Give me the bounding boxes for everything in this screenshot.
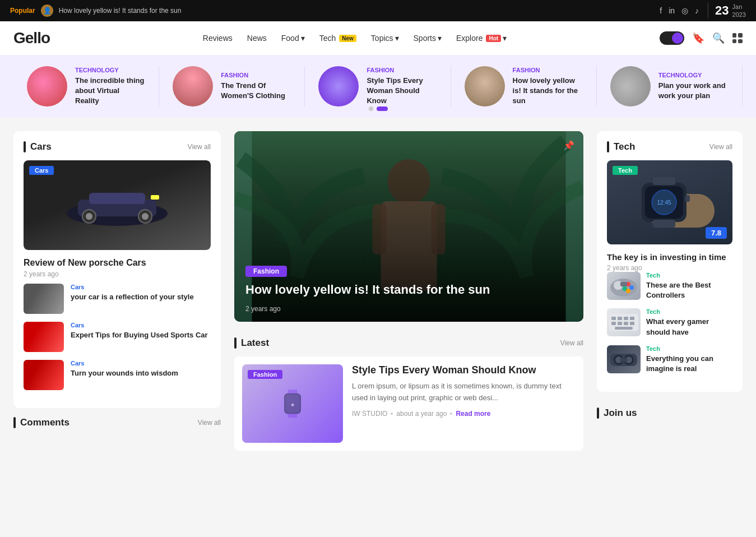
carousel-dots <box>369 107 388 111</box>
nav-topics[interactable]: Topics ▾ <box>365 30 405 46</box>
tech-main-badge: Tech <box>613 166 638 175</box>
tech-main-time: 2 years ago <box>607 264 732 272</box>
latest-img-0: ⌚ Fashion <box>242 364 343 443</box>
nav-food[interactable]: Food ▾ <box>276 30 310 46</box>
popular-label: Popular <box>10 7 35 15</box>
tech-list-cat-2: Tech <box>646 345 732 352</box>
svg-rect-28 <box>685 195 690 202</box>
hero-title: How lovely yellow is! It stands for the … <box>245 282 572 298</box>
featured-item-2[interactable]: Fashion Style Tips Every Woman Should Kn… <box>305 66 451 107</box>
facebook-icon[interactable]: f <box>660 6 662 15</box>
latest-section-title: Latest <box>241 337 269 349</box>
topbar-right: f in ◎ ♪ 23 Jan 2023 <box>660 3 746 19</box>
cars-main-title: Review of New porsche Cars <box>24 258 211 268</box>
tech-view-all[interactable]: View all <box>709 143 732 151</box>
car-list-item-0[interactable]: Cars your car is a reflection of your st… <box>24 284 211 314</box>
bookmark-icon[interactable]: 🔖 <box>692 32 704 44</box>
car-sports-img <box>24 322 64 352</box>
tech-section: Tech View all <box>597 131 743 455</box>
date-month-year: Jan 2023 <box>732 3 746 19</box>
svg-rect-40 <box>630 317 634 320</box>
featured-cat-4: Technology <box>658 72 729 78</box>
center-hero[interactable]: 📌 Fashion How lovely yellow is! It stand… <box>234 131 583 322</box>
comments-title-wrap: Comments <box>13 417 74 428</box>
comments-view-all[interactable]: View all <box>198 419 221 427</box>
car-list-item-2[interactable]: Cars Turn your wounds into wisdom <box>24 360 211 390</box>
dark-mode-toggle[interactable] <box>660 31 684 45</box>
car-list-cat-0: Cars <box>71 284 194 290</box>
dot-1[interactable] <box>377 107 388 111</box>
svg-rect-25 <box>653 220 675 228</box>
tiktok-icon[interactable]: ♪ <box>695 6 699 15</box>
nav-explore[interactable]: Explore Hot ▾ <box>451 30 512 46</box>
tech-title-wrap: Tech <box>607 141 639 152</box>
nav-tech[interactable]: Tech New <box>314 30 362 46</box>
tech-list-item-0[interactable]: Tech These are the Best Controllers <box>607 272 732 300</box>
latest-desc-0: L orem ipsum, or lipsum as it is sometim… <box>352 381 576 404</box>
cars-section: Cars View all <box>13 131 221 455</box>
nav-news[interactable]: News <box>242 30 272 46</box>
featured-title-3: How lovely yellow is! It stands for the … <box>513 76 583 107</box>
latest-title-wrap: Latest <box>234 337 273 349</box>
svg-rect-41 <box>611 322 616 325</box>
featured-item-0[interactable]: Technology The incredible thing about Vi… <box>13 66 159 107</box>
svg-point-6 <box>86 213 92 220</box>
tech-list-item-2[interactable]: Tech Everything you can imagine is real <box>607 345 732 374</box>
nav-sports[interactable]: Sports ▾ <box>408 30 447 46</box>
logo[interactable]: Gello <box>13 29 50 47</box>
latest-dot2 <box>450 413 452 415</box>
tech-main-card[interactable]: 12:45 Tech 7.8 <box>607 160 732 244</box>
featured-item-3[interactable]: Fashion How lovely yellow is! It stands … <box>451 66 597 107</box>
cars-main-time: 2 years ago <box>24 270 211 278</box>
nav-reviews[interactable]: Reviews <box>197 30 238 46</box>
topbar-left: Popular 👤 How lovely yellow is! It stand… <box>10 4 181 17</box>
latest-header: Latest View all <box>234 337 583 349</box>
svg-rect-44 <box>630 322 634 325</box>
car-list-item-1[interactable]: Cars Expert Tips for Buying Used Sports … <box>24 322 211 352</box>
featured-item-1[interactable]: Fashion The Trend Of Women'S Clothing <box>159 66 305 107</box>
hero-badge: Fashion <box>245 266 287 277</box>
latest-section: Latest View all ⌚ <box>234 337 583 451</box>
tech-list-item-1[interactable]: Tech What every gamer should have <box>607 308 732 337</box>
svg-text:12:45: 12:45 <box>657 200 671 206</box>
car-mercedes-img <box>24 284 64 314</box>
keyboard-img <box>607 308 641 336</box>
date-display: 23 Jan 2023 <box>708 3 746 19</box>
center-section: 📌 Fashion How lovely yellow is! It stand… <box>234 131 583 455</box>
join-section: Join us <box>597 408 743 419</box>
dot-0[interactable] <box>369 107 373 111</box>
svg-rect-51 <box>620 358 627 362</box>
svg-rect-35 <box>620 282 627 286</box>
cars-section-title: Cars <box>30 141 52 152</box>
cars-title-wrap: Cars <box>24 141 56 152</box>
hero-time: 2 years ago <box>245 305 281 313</box>
car-list-cat-1: Cars <box>71 322 208 328</box>
search-icon[interactable]: 🔍 <box>712 32 725 44</box>
featured-item-4[interactable]: Technology Plan your work and work your … <box>597 66 743 107</box>
github-icon[interactable]: ◎ <box>681 6 688 15</box>
latest-item-0[interactable]: ⌚ Fashion Style Tips Every Woman Should … <box>234 357 583 451</box>
latest-read-more[interactable]: Read more <box>456 410 490 418</box>
vr-img <box>607 345 641 373</box>
date-day: 23 <box>715 4 729 17</box>
svg-rect-42 <box>618 322 622 325</box>
svg-rect-43 <box>624 322 628 325</box>
grid-icon[interactable] <box>732 33 743 43</box>
svg-rect-38 <box>618 317 622 320</box>
featured-cat-2: Fashion <box>367 67 437 73</box>
car-red-img <box>24 360 64 390</box>
svg-rect-24 <box>653 177 675 185</box>
cars-view-all[interactable]: View all <box>188 143 211 151</box>
cars-main-card[interactable]: Cars <box>24 160 211 250</box>
tech-list-cat-0: Tech <box>646 272 732 279</box>
topics-dropdown-icon: ▾ <box>395 34 399 43</box>
topbar-headline: How lovely yellow is! It stands for the … <box>59 7 182 15</box>
latest-view-all[interactable]: View all <box>560 339 583 347</box>
navbar-actions: 🔖 🔍 <box>660 31 743 45</box>
tech-list-cat-1: Tech <box>646 308 732 315</box>
linkedin-icon[interactable]: in <box>669 6 675 15</box>
tech-section-title: Tech <box>614 141 635 152</box>
car-list-title-1: Expert Tips for Buying Used Sports Car <box>71 330 208 340</box>
tech-score: 7.8 <box>706 227 727 239</box>
join-title-wrap: Join us <box>597 408 642 419</box>
